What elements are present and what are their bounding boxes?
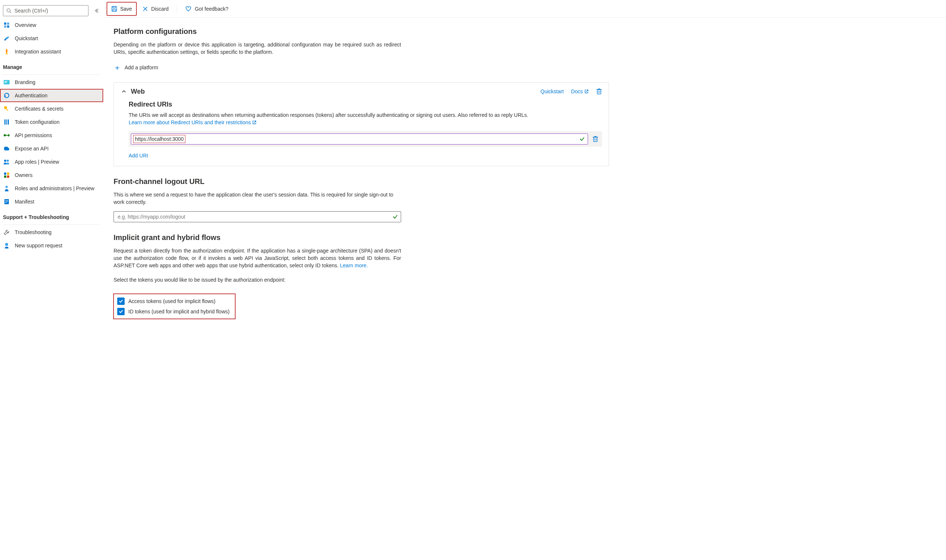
owners-icon — [3, 171, 10, 179]
divider — [3, 225, 100, 225]
id-tokens-checkbox[interactable]: ID tokens (used for implicit and hybrid … — [117, 306, 232, 317]
plus-icon: ＋ — [114, 63, 121, 72]
external-link-icon — [252, 120, 257, 125]
redirect-uri-row: https://localhost:3000 — [129, 131, 602, 147]
save-button[interactable]: Save — [107, 2, 136, 15]
search-box[interactable] — [3, 5, 88, 16]
divider — [3, 74, 100, 75]
sidebar-item-app-roles[interactable]: App roles | Preview — [0, 155, 103, 168]
checkbox-checked-icon — [117, 308, 125, 315]
key-icon — [3, 105, 10, 112]
manifest-icon — [3, 198, 10, 205]
collapse-panel-button[interactable] — [120, 88, 127, 95]
support-icon — [3, 242, 10, 249]
quickstart-link[interactable]: Quickstart — [540, 88, 564, 94]
add-platform-label: Add a platform — [125, 65, 158, 71]
branding-icon — [3, 78, 10, 86]
svg-point-11 — [4, 106, 7, 109]
save-icon — [111, 6, 117, 12]
platform-config-title: Platform configurations — [114, 27, 609, 36]
sidebar-item-troubleshooting[interactable]: Troubleshooting — [0, 226, 103, 239]
svg-rect-27 — [5, 202, 7, 203]
feedback-label: Got feedback? — [195, 6, 228, 12]
checkbox-checked-icon — [117, 297, 125, 305]
svg-rect-8 — [5, 81, 8, 82]
docs-link-label: Docs — [571, 88, 583, 94]
discard-label: Discard — [151, 6, 168, 12]
sidebar-item-overview[interactable]: Overview — [0, 18, 103, 32]
content: Platform configurations Depending on the… — [103, 18, 619, 334]
search-icon — [6, 8, 11, 13]
redirect-uri-input[interactable]: https://localhost:3000 — [131, 134, 588, 145]
sidebar-item-owners[interactable]: Owners — [0, 168, 103, 182]
feedback-button[interactable]: Got feedback? — [181, 2, 232, 15]
svg-point-6 — [5, 39, 6, 40]
sidebar-item-quickstart[interactable]: Quickstart — [0, 32, 103, 45]
sidebar-item-label: Branding — [15, 79, 35, 85]
logout-description: This is where we send a request to have … — [114, 191, 401, 206]
svg-rect-30 — [113, 6, 115, 8]
sidebar-item-manifest[interactable]: Manifest — [0, 195, 103, 208]
svg-rect-3 — [7, 23, 9, 25]
roles-admins-icon — [3, 185, 10, 192]
sidebar-item-label: Quickstart — [15, 35, 38, 41]
svg-rect-9 — [5, 82, 7, 83]
implicit-learn-more-link[interactable]: Learn more. — [340, 263, 368, 268]
logout-url-input[interactable] — [117, 214, 393, 220]
sidebar-item-certificates-secrets[interactable]: Certificates & secrets — [0, 102, 103, 115]
wrench-icon — [3, 229, 10, 236]
sidebar-item-branding[interactable]: Branding — [0, 75, 103, 89]
collapse-sidebar-button[interactable] — [92, 6, 101, 15]
auth-icon — [3, 92, 10, 99]
search-row — [0, 3, 103, 18]
sidebar-item-token-configuration[interactable]: Token configuration — [0, 115, 103, 129]
sidebar-item-label: Authentication — [15, 92, 48, 98]
panel-title: Web — [131, 88, 145, 95]
sidebar-item-label: Roles and administrators | Preview — [15, 185, 94, 191]
svg-point-16 — [4, 134, 6, 136]
sidebar-item-api-permissions[interactable]: API permissions — [0, 129, 103, 142]
redirect-uris-learn-more-label: Learn more about Redirect URIs and their… — [129, 119, 251, 126]
sidebar-item-authentication[interactable]: Authentication — [0, 89, 103, 102]
svg-rect-19 — [4, 172, 6, 175]
svg-rect-22 — [7, 175, 9, 178]
sidebar-item-label: New support request — [15, 243, 62, 248]
redirect-uri-value: https://localhost:3000 — [134, 136, 185, 142]
sidebar-item-label: Expose an API — [15, 146, 49, 152]
sidebar-header-manage: Manage — [0, 60, 103, 74]
add-platform-button[interactable]: ＋ Add a platform — [114, 63, 609, 72]
web-platform-panel: Web Quickstart Docs Redirect URIs The UR… — [114, 82, 609, 167]
access-tokens-checkbox[interactable]: Access tokens (used for implicit flows) — [117, 296, 232, 306]
sidebar-item-expose-api[interactable]: Expose an API — [0, 142, 103, 155]
heart-icon — [185, 6, 192, 12]
implicit-select-prompt: Select the tokens you would like to be i… — [114, 276, 401, 283]
search-input[interactable] — [14, 8, 85, 14]
sidebar-item-integration-assistant[interactable]: Integration assistant — [0, 45, 103, 58]
main: Save Discard Got feedback? Platform conf… — [103, 0, 946, 560]
add-uri-button[interactable]: Add URI — [129, 152, 602, 158]
svg-point-0 — [7, 9, 10, 12]
discard-button[interactable]: Discard — [138, 2, 173, 15]
redirect-uris-learn-more-link[interactable]: Learn more about Redirect URIs and their… — [129, 119, 257, 126]
sidebar-item-new-support-request[interactable]: New support request — [0, 239, 103, 252]
delete-uri-button[interactable] — [592, 136, 598, 142]
overview-icon — [3, 22, 10, 29]
svg-rect-12 — [6, 108, 8, 111]
close-icon — [142, 6, 148, 12]
redirect-uris-desc-text: The URIs we will accept as destinations … — [129, 112, 528, 118]
sidebar-item-label: App roles | Preview — [15, 159, 59, 165]
delete-platform-button[interactable] — [596, 88, 602, 95]
save-label: Save — [120, 6, 132, 12]
svg-rect-20 — [7, 172, 9, 175]
redirect-uris-section: Redirect URIs The URIs we will accept as… — [129, 101, 602, 126]
sidebar-item-label: Manifest — [15, 199, 34, 205]
redirect-uris-title: Redirect URIs — [129, 101, 602, 108]
svg-rect-32 — [597, 89, 601, 94]
svg-line-1 — [10, 12, 11, 13]
docs-link[interactable]: Docs — [571, 88, 589, 94]
sidebar-item-roles-admins[interactable]: Roles and administrators | Preview — [0, 182, 103, 195]
svg-rect-2 — [4, 23, 6, 25]
app-roles-icon — [3, 158, 10, 166]
external-link-icon — [585, 89, 589, 94]
svg-rect-33 — [594, 137, 597, 142]
